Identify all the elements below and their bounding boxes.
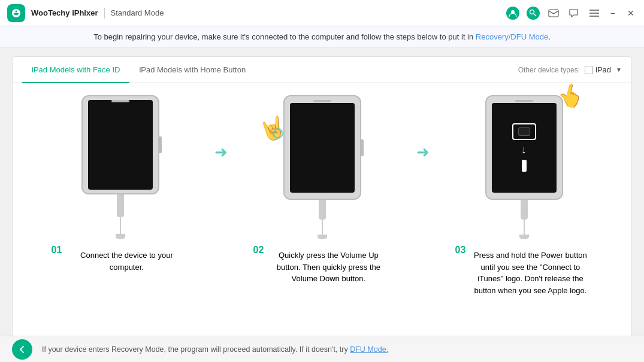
arrow-2: ➜ [412,143,434,162]
usb-cable-1 [120,217,121,234]
app-logo [7,4,25,22]
svg-point-1 [530,10,534,14]
usb-plug-2 [318,235,327,239]
device-checkbox-area[interactable]: iPad [585,65,611,74]
footer: If your device enters Recovery Mode, the… [0,336,644,362]
footer-text: If your device enters Recovery Mode, the… [42,345,388,354]
step-1-label-row: 01 Connect the device to your computer. [52,245,189,273]
banner: To begin repairing your device, make sur… [0,26,644,48]
ipad-illustration-2 [283,95,361,200]
mode-label: Standard Mode [111,8,164,17]
mail-icon[interactable] [547,7,560,20]
ipad-cable-3 [521,200,528,220]
titlebar-icons: − ✕ [506,7,637,20]
dropdown-arrow-icon[interactable]: ▼ [616,66,622,73]
step-1-device [81,95,159,239]
recovery-link[interactable]: Recovery/DFU Mode [476,32,548,41]
ipad-illustration-3: ↓ [485,95,563,200]
other-devices-label: Other device types: [518,66,580,74]
step-3-device: ↓ 👆 [485,95,563,239]
ipad-side-button-1 [159,136,162,153]
user-icon[interactable] [506,7,519,20]
device-name-label: iPad [595,65,611,74]
step-3-desc: Press and hold the Power button until yo… [468,250,592,296]
connect-arrow-icon: ↓ [521,144,527,156]
svg-line-2 [534,14,536,16]
step-2-device: 🤘 [283,95,361,239]
steps-area: 01 Connect the device to your computer. … [13,83,631,308]
ipad-screen-1 [88,100,153,190]
step-1-num: 01 [52,245,62,255]
step-2-ipad-wrapper: 🤘 [283,95,361,200]
volume-effect: 🤘 [257,114,288,143]
tab-face-id[interactable]: iPad Models with Face ID [22,57,129,83]
app-name: WooTechy iPhixer [31,8,98,17]
svg-rect-3 [549,10,558,17]
tab-home-button[interactable]: iPad Models with Home Button [129,57,255,83]
titlebar: WooTechy iPhixer Standard Mode − ✕ [0,0,644,26]
ipad-illustration-1 [81,95,159,194]
chat-icon[interactable] [567,7,580,20]
title-divider [104,8,105,19]
search-icon[interactable] [527,7,540,20]
step-2-block: 🤘 02 Quickly press the Volume Up button.… [232,95,412,285]
back-button[interactable] [12,339,32,360]
itunes-screen: ↓ [492,103,557,193]
step-2-desc: Quickly press the Volume Up button. Then… [266,250,391,285]
usb-plug-1 [116,234,125,239]
itunes-monitor-icon [512,123,536,140]
menu-icon[interactable] [588,7,601,20]
ipad-side-button-2 [361,139,364,156]
step-1-desc: Connect the device to your computer. [64,250,189,273]
main-panel: iPad Models with Face ID iPad Models wit… [12,56,632,349]
ipad-screen-2 [290,103,355,193]
volume-ripple [273,128,283,139]
step-3-block: ↓ 👆 03 Press and hold the Power button u… [434,95,613,296]
device-selector: Other device types: iPad ▼ [518,65,622,74]
device-checkbox[interactable] [585,66,593,74]
lightning-cable-icon [522,160,527,172]
close-button[interactable]: ✕ [625,8,637,18]
usb-cable-2 [322,220,323,235]
step-3-num: 03 [455,245,466,255]
arrow-1: ➜ [210,143,232,162]
minimize-button[interactable]: − [608,8,618,18]
step-2-label-row: 02 Quickly press the Volume Up button. T… [253,245,391,285]
dfu-mode-link[interactable]: DFU Mode. [350,345,388,354]
banner-text: To begin repairing your device, make sur… [93,32,551,41]
tabs-bar: iPad Models with Face ID iPad Models wit… [13,57,631,83]
usb-plug-3 [519,235,529,239]
step-2-num: 02 [253,245,264,255]
ipad-cable-1 [117,194,124,217]
ipad-cable-2 [319,200,326,220]
step-3-label-row: 03 Press and hold the Power button until… [455,245,593,296]
step-3-ipad-wrapper: ↓ 👆 [485,95,563,200]
step-1-block: 01 Connect the device to your computer. [31,95,210,273]
usb-cable-3 [524,220,525,235]
